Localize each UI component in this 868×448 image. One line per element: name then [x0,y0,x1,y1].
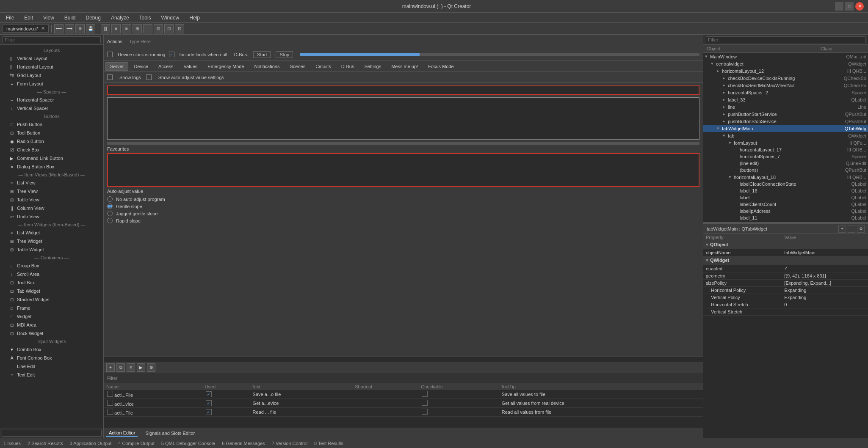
widget-item-group-box[interactable]: □Group Box [0,261,103,270]
show-logs-checkbox[interactable] [107,74,113,80]
toolbar-btn-6[interactable]: ⊡ [154,24,163,33]
obj-tree-row[interactable]: label_16 QLabel [703,187,868,194]
ae-config-btn[interactable]: ⚙ [147,363,155,372]
props-row[interactable]: Horizontal Stretch 0 [703,301,868,308]
ae-checkbox[interactable] [107,400,113,406]
widget-item-column-view[interactable]: ||Column View [0,204,103,212]
menu-item-build[interactable]: Build [62,14,78,22]
obj-tree-row[interactable]: ▾ tabWidgetMain QTabWidg [703,125,868,132]
right-filter-input[interactable] [706,36,865,43]
widget-item-form-layout[interactable]: =Form Layout [0,80,103,88]
widget-item-dock-widget[interactable]: ⊡Dock Widget [0,329,103,338]
widget-item-push-button[interactable]: □Push Button [0,120,103,129]
center-tab-server[interactable]: Server [105,62,128,71]
menu-item-help[interactable]: Help [187,14,202,22]
menu-item-file[interactable]: File [3,14,17,22]
include-limits-checkbox[interactable]: ✓ [169,52,174,57]
props-add-btn[interactable]: + [838,225,846,233]
center-tab-settings[interactable]: Settings [359,62,386,71]
widget-item-font-combo-box[interactable]: AFont Combo Box [0,354,103,362]
toolbar-btn-1[interactable]: ⟵ [54,24,64,33]
props-row[interactable]: Vertical Policy Expanding [703,294,868,301]
obj-tree-row[interactable]: ▸ checkBoxDeviceClockIsRunning QCheckBo [703,74,868,82]
props-row[interactable]: Vertical Stretch [703,308,868,316]
obj-tree-row[interactable]: ▾ centralwidget QWidget [703,60,868,67]
widget-item-scroll-area[interactable]: ↕Scroll Area [0,270,103,278]
ae-delete-btn[interactable]: ✕ [127,363,135,372]
props-row[interactable]: enabled ✓ [703,265,868,272]
design-search-input[interactable]: Search [107,85,699,95]
menu-item-debug[interactable]: Debug [83,14,103,22]
props-remove-btn[interactable]: - [848,225,855,233]
center-tab-d-bus[interactable]: D-Bus [337,62,359,71]
widget-item-table-view[interactable]: ⊞Table View [0,195,103,204]
widget-item-tree-view[interactable]: ⊞Tree View [0,187,103,195]
radio-btn[interactable] [107,218,113,223]
ae-table-row[interactable]: acti...File ✓ Read ... file Read all val… [104,408,703,417]
widget-item-dialog-button-box[interactable]: ✕Dialog Button Box [0,162,103,171]
obj-tree-row[interactable]: (line edit) QLineEdit [703,160,868,167]
widget-item-tab-widget[interactable]: ⊡Tab Widget [0,287,103,295]
toolbar-btn-align-right[interactable]: ≡ [122,24,131,33]
obj-tree-row[interactable]: ▾ tab QWidget [703,132,868,139]
ae-new-btn[interactable]: + [106,363,115,372]
props-row[interactable]: objectName tabWidgetMain [703,249,868,256]
obj-tree-row[interactable]: ▸ pushButtonStopService QPushBut [703,118,868,125]
widget-item-table-widget[interactable]: ⊞Table Widget [0,245,103,254]
obj-tree-row[interactable]: ▸ horizontalLayout_12 III QHB... [703,67,868,74]
type-here-label[interactable]: Type Here [129,39,151,44]
obj-tree-row[interactable]: ▸ line Line [703,103,868,110]
ae-copy-btn[interactable]: ⧉ [116,363,125,372]
radio-option-gentle-slope[interactable]: Gentle slope [107,203,699,209]
center-tab-device[interactable]: Device [129,62,153,71]
radio-btn[interactable] [107,196,113,202]
widget-item-stacked-widget[interactable]: ⊡Stacked Widget [0,295,103,304]
center-tab-scenes[interactable]: Scenes [285,62,310,71]
radio-option-no-auto-adjust-program[interactable]: No auto-adjust program [107,196,699,202]
ae-checkbox[interactable] [422,400,428,406]
widget-item-text-edit[interactable]: ≡Text Edit [0,371,103,379]
actions-label[interactable]: Actions [107,39,122,44]
tab-filename[interactable]: mainwindow.ui* ✕ [3,25,49,33]
ae-checkbox[interactable] [422,391,428,397]
stop-button[interactable]: Stop [276,51,293,58]
start-button[interactable]: Start [253,51,271,58]
show-autoadjust-checkbox[interactable] [146,74,152,80]
widget-item-tree-widget[interactable]: ⊞Tree Widget [0,237,103,245]
widget-item-list-widget[interactable]: ≡List Widget [0,228,103,237]
radio-btn[interactable] [107,203,113,209]
obj-tree-row[interactable]: labelCloudConnectionState QLabel [703,181,868,187]
obj-tree-row[interactable]: label_11 QLabel [703,214,868,221]
ae-table-row[interactable]: acti...vice ✓ Get a...evice Get all valu… [104,399,703,408]
widget-item-tool-button[interactable]: ⊡Tool Button [0,129,103,137]
status-item[interactable]: 1 Issues [3,441,21,446]
widget-item-check-box[interactable]: ☑Check Box [0,146,103,154]
ae-checkbox[interactable] [107,391,113,397]
center-tab-circuits[interactable]: Circuits [311,62,336,71]
toolbar-btn-2[interactable]: ⟶ [65,24,74,33]
ae-checkbox[interactable]: ✓ [206,400,212,406]
props-row[interactable]: Horizontal Policy Expanding [703,287,868,294]
center-tab-access[interactable]: Access [154,62,178,71]
ae-checkbox[interactable]: ✓ [206,391,212,397]
props-row[interactable]: sizePolicy [Expanding, Expand...] [703,280,868,287]
toolbar-btn-align-center[interactable]: ≡ [111,24,121,33]
center-tab-values[interactable]: Values [179,62,202,71]
widget-item-horizontal-spacer[interactable]: ↔Horizontal Spacer [0,96,103,104]
ae-checkbox[interactable]: ✓ [206,409,212,415]
menu-item-tools[interactable]: Tools [137,14,154,22]
radio-option-jagged-gentle-slope[interactable]: Jagged gentle slope [107,211,699,216]
obj-tree-row[interactable]: label QLabel [703,194,868,201]
widget-item-mdi-area[interactable]: ⊡MDI Area [0,321,103,329]
radio-btn[interactable] [107,211,113,216]
status-item[interactable]: 4 Compile Output [118,441,155,446]
device-clock-checkbox[interactable] [107,52,113,57]
status-item[interactable]: 5 QML Debugger Console [161,441,215,446]
obj-tree-row[interactable]: (buttons) QPushBut [703,167,868,173]
widget-item-list-view[interactable]: ≡List View [0,179,103,187]
obj-tree-row[interactable]: labelIpAddress QLabel [703,208,868,214]
minimize-button[interactable]: — [835,2,843,11]
toolbar-btn-8[interactable]: ⊡ [175,24,184,33]
menu-item-window[interactable]: Window [159,14,182,22]
widget-item-vertical-layout[interactable]: |||Vertical Layout [0,54,103,63]
